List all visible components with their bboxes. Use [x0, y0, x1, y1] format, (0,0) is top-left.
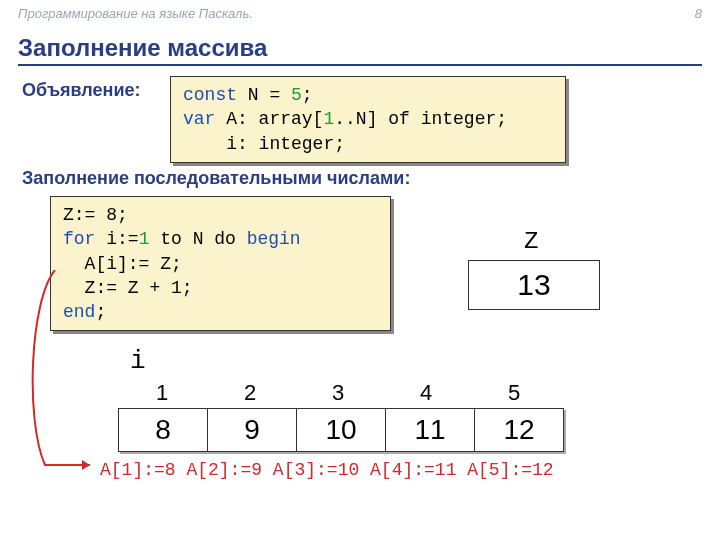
page-number: 8 [695, 6, 702, 21]
index-cell: 2 [206, 380, 294, 406]
fill-label: Заполнение последовательными числами: [22, 168, 410, 189]
fill-code: Z:= 8; for i:=1 to N do begin A[i]:= Z; … [50, 196, 391, 331]
array-row: 8 9 10 11 12 [118, 408, 564, 452]
z-value-box: 13 [468, 260, 600, 310]
index-cell: 1 [118, 380, 206, 406]
index-cell: 4 [382, 380, 470, 406]
index-cell: 3 [294, 380, 382, 406]
index-row: 12345 [118, 380, 558, 406]
kw-var: var [183, 109, 215, 129]
svg-marker-0 [82, 460, 90, 470]
array-cell: 8 [118, 408, 208, 452]
course-name: Программирование на языке Паскаль. [18, 6, 253, 21]
title-underline [18, 64, 702, 66]
i-label: i [130, 346, 146, 376]
declaration-code: const N = 5; var A: array[1..N] of integ… [170, 76, 566, 163]
array-cell: 11 [385, 408, 475, 452]
index-cell: 5 [470, 380, 558, 406]
declaration-label: Объявление: [22, 80, 141, 101]
page-title: Заполнение массива [18, 34, 267, 62]
slide-header: Программирование на языке Паскаль. 8 [18, 6, 702, 21]
kw-const: const [183, 85, 237, 105]
z-label: Z [524, 228, 538, 255]
array-cell: 10 [296, 408, 386, 452]
array-cell: 9 [207, 408, 297, 452]
array-cell: 12 [474, 408, 564, 452]
assignment-trace: A[1]:=8 A[2]:=9 A[3]:=10 A[4]:=11 A[5]:=… [100, 460, 554, 480]
